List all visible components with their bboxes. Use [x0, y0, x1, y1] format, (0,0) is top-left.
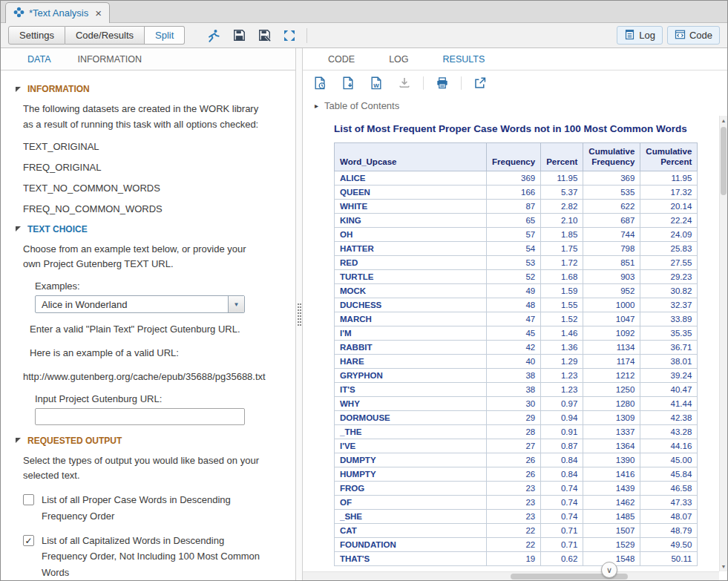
word-cell: HUMPTY	[335, 467, 487, 481]
url-example-intro: Here is an example of a valid URL:	[30, 346, 266, 361]
log-button[interactable]: Log	[617, 26, 663, 45]
output-option-proper-case[interactable]: List of all Proper Case Words in Descend…	[23, 492, 282, 524]
word-cell: WHY	[335, 396, 487, 410]
percent-cell: 0.74	[541, 481, 583, 495]
splitter-grip-icon	[298, 303, 301, 326]
tab-results[interactable]: RESULTS	[428, 48, 500, 70]
table-row: OH 57 1.85 744 24.09	[335, 227, 698, 241]
table-row: IT'S 38 1.23 1250 40.47	[335, 382, 698, 396]
print-button[interactable]	[433, 73, 452, 93]
frequency-cell: 87	[487, 199, 541, 213]
cumulative-frequency-cell: 1047	[583, 312, 640, 326]
table-header-row: Word_Upcase Frequency Percent Cumulative…	[335, 143, 698, 171]
close-tab-icon[interactable]: ×	[95, 7, 102, 19]
download-html-button[interactable]	[310, 73, 329, 93]
percent-cell: 5.37	[541, 185, 583, 199]
cumulative-frequency-cell: 1174	[583, 354, 640, 368]
cumulative-frequency-cell: 1439	[583, 481, 640, 495]
document-tab-title: *Text Analysis	[29, 7, 88, 19]
download-pdf-button[interactable]	[338, 73, 358, 93]
table-row: WHY 30 0.97 1280 41.44	[335, 396, 698, 410]
horizontal-scrollbar[interactable]	[303, 571, 719, 580]
output-option-capitalized-words[interactable]: ✓ List of all Capitalized Words in Desce…	[23, 533, 282, 580]
frequency-cell: 42	[487, 340, 541, 354]
examples-label: Examples:	[35, 280, 282, 292]
cumulative-frequency-cell: 535	[583, 185, 640, 199]
code-button[interactable]: Code	[667, 26, 720, 45]
table-of-contents-toggle[interactable]: ▸ Table of Contents	[303, 96, 727, 116]
code-results-view-button[interactable]: Code/Results	[65, 26, 145, 45]
table-row: DUCHESS 48 1.55 1000 32.37	[335, 298, 698, 312]
column-header-cumulative-percent: Cumulative Percent	[640, 143, 698, 171]
scroll-to-bottom-button[interactable]: ∨	[601, 562, 617, 578]
frequency-cell: 30	[487, 396, 541, 410]
table-row: I'M 45 1.46 1092 35.35	[335, 326, 698, 340]
scroll-down-icon[interactable]: ▼	[720, 564, 727, 569]
word-cell: CAT	[335, 523, 487, 537]
download-word-button[interactable]: W	[367, 73, 386, 93]
checkbox-proper-case[interactable]	[23, 494, 34, 505]
section-header-requested-output[interactable]: REQUESTED OUTPUT	[16, 436, 282, 446]
pane-splitter[interactable]	[296, 48, 303, 580]
word-cell: RABBIT	[335, 340, 487, 354]
maximize-view-button[interactable]	[280, 26, 299, 45]
split-view-button[interactable]: Split	[145, 26, 185, 45]
cumulative-frequency-cell: 851	[583, 255, 640, 269]
cumulative-percent-cell: 32.37	[640, 298, 698, 312]
settings-view-button[interactable]: Settings	[8, 26, 65, 45]
open-new-window-button[interactable]	[470, 73, 490, 93]
scroll-up-icon[interactable]: ▲	[720, 118, 727, 123]
information-description: The following datasets are created in th…	[23, 102, 259, 133]
vertical-scrollbar-thumb[interactable]	[721, 127, 727, 195]
view-mode-switch: Settings Code/Results Split	[8, 26, 185, 45]
percent-cell: 0.87	[541, 439, 583, 453]
tab-information[interactable]: INFORMATION	[67, 48, 152, 70]
section-header-text-choice[interactable]: TEXT CHOICE	[16, 224, 282, 234]
open-new-window-icon	[473, 76, 487, 90]
word-cell: DUCHESS	[335, 298, 487, 312]
examples-dropdown[interactable]: Alice in Wonderland ▼	[35, 295, 245, 313]
chevron-down-icon[interactable]: ▼	[228, 296, 244, 312]
run-button[interactable]	[204, 26, 223, 45]
column-header-frequency: Frequency	[487, 143, 541, 171]
word-cell: OH	[335, 227, 487, 241]
cumulative-percent-cell: 45.00	[640, 453, 698, 467]
main-toolbar: Settings Code/Results Split	[1, 23, 727, 48]
checkbox-label: List of all Proper Case Words in Descend…	[42, 492, 264, 524]
frequency-cell: 26	[487, 453, 541, 467]
frequency-cell: 47	[487, 312, 541, 326]
tab-code[interactable]: CODE	[313, 48, 370, 70]
word-cell: DUMPTY	[335, 453, 487, 467]
cumulative-frequency-cell: 744	[583, 227, 640, 241]
checkbox-capitalized-words[interactable]: ✓	[23, 535, 34, 546]
gutenberg-url-input[interactable]	[35, 408, 245, 425]
frequency-cell: 49	[487, 283, 541, 298]
log-icon	[624, 29, 635, 42]
cumulative-percent-cell: 29.23	[640, 269, 698, 283]
section-header-information[interactable]: INFORMATION	[16, 84, 282, 94]
frequency-cell: 65	[487, 213, 541, 227]
save-button[interactable]	[229, 26, 249, 45]
word-cell: KING	[335, 213, 487, 227]
cumulative-percent-cell: 47.33	[640, 495, 698, 509]
frequency-cell: 166	[487, 185, 541, 199]
word-cell: MOCK	[335, 283, 487, 298]
tab-data[interactable]: DATA	[17, 48, 61, 70]
tab-log[interactable]: LOG	[374, 48, 423, 70]
percent-cell: 11.95	[541, 171, 583, 185]
word-cell: I'VE	[335, 439, 487, 453]
collapse-triangle-icon	[16, 226, 21, 232]
save-as-button[interactable]	[255, 26, 274, 45]
cumulative-percent-cell: 38.01	[640, 354, 698, 368]
maximize-icon	[283, 30, 295, 42]
vertical-scrollbar[interactable]: ▲ ▼	[719, 116, 727, 571]
examples-dropdown-value: Alice in Wonderland	[36, 299, 228, 310]
results-viewport: List of Most Frequent Proper Case Words …	[303, 116, 727, 571]
results-tab-bar: CODE LOG RESULTS	[303, 48, 727, 70]
document-tab-text-analysis[interactable]: *Text Analysis ×	[5, 2, 110, 23]
percent-cell: 2.82	[541, 199, 583, 213]
percent-cell: 1.29	[541, 354, 583, 368]
word-cell: ALICE	[335, 171, 487, 185]
section-title: TEXT CHOICE	[27, 224, 88, 234]
cumulative-frequency-cell: 1485	[583, 509, 640, 523]
